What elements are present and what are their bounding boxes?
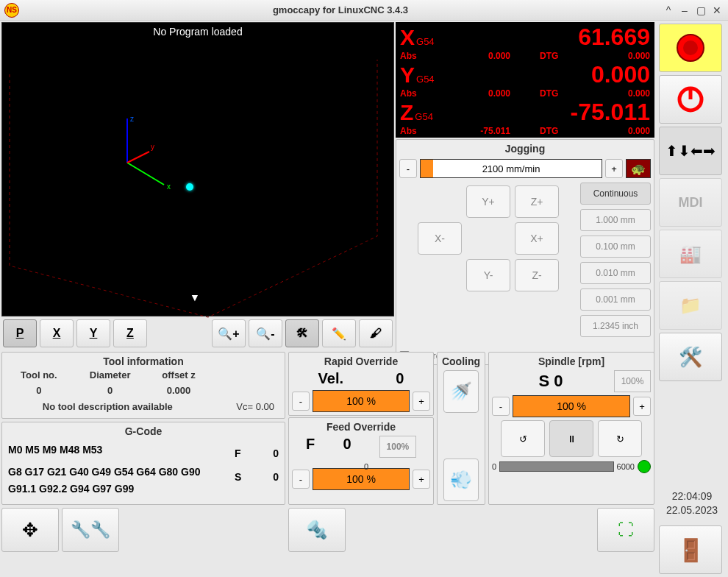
window-title: gmoccapy for LinuxCNC 3.4.3 [19, 4, 662, 15]
turtle-icon: 🐢 [631, 162, 646, 176]
auto-mode-button[interactable]: 🏭 [659, 230, 722, 278]
tool-number: 0 [36, 385, 41, 396]
spindle-minus-button[interactable]: - [492, 397, 510, 416]
jog-speed-minus-button[interactable]: - [399, 159, 417, 178]
maximize-icon[interactable]: ▢ [694, 4, 707, 17]
clock-time: 22:04:09 [659, 489, 725, 504]
dro-y[interactable]: YG540.000 Abs0.000DTG0.000 [400, 61, 650, 99]
jog-step-continuous[interactable]: Continuous [580, 183, 651, 205]
gcode-s-value: 0 [273, 471, 279, 483]
exit-icon: 🚪 [677, 537, 704, 563]
feed-plus-button[interactable]: + [413, 470, 430, 489]
feed-override-slider[interactable]: 100 % [313, 468, 410, 490]
jog-z-plus-button[interactable]: Z+ [515, 185, 559, 218]
spindle-speed: S 0 [492, 372, 610, 391]
app-icon: NS [4, 3, 19, 18]
spindle-stop-button[interactable]: ⏸ [549, 420, 593, 457]
power-button[interactable] [659, 75, 722, 124]
minimize-icon[interactable]: – [678, 4, 691, 17]
close-icon[interactable]: ✕ [710, 4, 724, 17]
jog-steps: Continuous 1.000 mm 0.100 mm 0.010 mm 0.… [580, 183, 651, 337]
jog-z-minus-button[interactable]: Z- [515, 259, 559, 291]
settings-button[interactable]: 🛠️ [659, 333, 722, 381]
stop-spindle-icon: ⏸ [567, 433, 577, 445]
ccw-icon: ↺ [519, 433, 527, 445]
active-mcodes: M0 M5 M9 M48 M53 [8, 442, 226, 458]
gcode-title: G-Code [5, 425, 282, 437]
spindle-ok-led [638, 460, 651, 473]
spindle-override-slider[interactable]: 100 % [513, 395, 630, 417]
jogging-title: Jogging [399, 143, 651, 155]
toolinfo-title: Tool information [5, 355, 282, 367]
feed-max-button[interactable]: 100% [379, 436, 416, 458]
feed-f-value: 0 [343, 436, 351, 458]
feed-minus-button[interactable]: - [292, 470, 310, 489]
tooledit-button[interactable]: 🔧🔧 [62, 508, 119, 552]
mist-button[interactable]: 💨 [443, 459, 479, 501]
clock-date: 22.05.2023 [659, 503, 725, 518]
jog-step-inch[interactable]: 1.2345 inch [580, 315, 651, 337]
jog-speed-value: 2100 mm/min [482, 163, 540, 174]
tool-measure-button[interactable]: 🔩 [288, 508, 346, 552]
auto-icon: 🏭 [679, 244, 702, 264]
rapid-minus-button[interactable]: - [292, 392, 310, 411]
manual-mode-button[interactable]: ⬆⬇⬅➡ [659, 127, 722, 175]
spindle-cw-button[interactable]: ↻ [598, 420, 642, 457]
feed-title: Feed Override [292, 421, 430, 433]
touchoff-icon: ✥ [22, 519, 38, 542]
spindle-plus-button[interactable]: + [633, 397, 651, 416]
tool-offset-z: 0.000 [167, 385, 191, 396]
tool-cone-icon: ▼ [190, 291, 200, 303]
mist-icon: 💨 [450, 470, 472, 490]
flood-button[interactable]: 🚿 [443, 370, 479, 413]
manual-icon: ⬆⬇⬅➡ [665, 142, 715, 160]
jog-step-0001mm[interactable]: 0.001 mm [580, 288, 651, 311]
spindle-max-button[interactable]: 100% [614, 370, 651, 392]
estop-icon [674, 32, 707, 64]
tool-vc: Vc= 0.00 [210, 398, 282, 415]
jog-step-01mm[interactable]: 0.100 mm [580, 236, 651, 258]
settings-icon: 🛠️ [679, 346, 702, 369]
rapid-vel-value: 0 [396, 370, 404, 387]
estop-button[interactable] [659, 24, 722, 72]
rpm-min: 0 [492, 462, 496, 471]
jog-step-001mm[interactable]: 0.010 mm [580, 262, 651, 284]
tools-icon: 🔧🔧 [71, 520, 110, 539]
fullscreen-button[interactable]: ⛶ [597, 508, 654, 552]
probe-icon: 🔩 [306, 520, 328, 540]
rapid-title: Rapid Override [292, 355, 430, 367]
cw-icon: ↻ [616, 433, 624, 445]
rpm-max: 6000 [617, 462, 635, 471]
jog-x-minus-button[interactable]: X- [418, 222, 462, 255]
rapid-override-slider[interactable]: 100 % [313, 390, 410, 412]
mdi-mode-button[interactable]: MDI [659, 178, 722, 227]
jog-step-1mm[interactable]: 1.000 mm [580, 209, 651, 231]
dro-x[interactable]: XG5461.669 Abs0.000DTG0.000 [400, 24, 650, 61]
active-gcodes: G8 G17 G21 G40 G49 G54 G64 G80 G90 G91.1… [8, 464, 226, 497]
spindle-ccw-button[interactable]: ↺ [501, 420, 545, 457]
jog-y-plus-button[interactable]: Y+ [466, 185, 510, 218]
tool-diameter: 0 [107, 385, 113, 396]
jog-speed-slider[interactable]: 2100 mm/min [420, 159, 602, 178]
user-tab-button[interactable]: 📁 [659, 281, 722, 330]
jog-speed-plus-button[interactable]: + [605, 159, 623, 178]
titlebar: NS gmoccapy for LinuxCNC 3.4.3 ^ – ▢ ✕ [0, 0, 728, 21]
turtle-mode-button[interactable]: 🐢 [626, 159, 651, 178]
rapid-plus-button[interactable]: + [413, 392, 430, 411]
exit-button[interactable]: 🚪 [659, 525, 722, 574]
gcode-f-value: 0 [273, 447, 279, 459]
window-up-icon[interactable]: ^ [662, 4, 675, 17]
dro-panel: XG5461.669 Abs0.000DTG0.000 YG540.000 Ab… [396, 22, 654, 138]
dro-z[interactable]: ZG54-75.011 Abs-75.011DTG0.000 [400, 99, 650, 136]
folder-user-icon: 📁 [679, 295, 702, 316]
fullscreen-icon: ⛶ [618, 520, 634, 539]
jog-y-minus-button[interactable]: Y- [466, 259, 510, 291]
touchoff-button[interactable]: ✥ [1, 508, 59, 552]
gcode-preview[interactable]: No Program loaded z x y ▼ [1, 22, 394, 316]
cooling-title: Cooling [442, 355, 480, 367]
spindle-title: Spindle [rpm] [492, 355, 651, 367]
power-icon [676, 85, 705, 114]
jog-x-plus-button[interactable]: X+ [515, 222, 559, 255]
flood-icon: 🚿 [450, 381, 472, 402]
tool-description: No tool description available [5, 398, 210, 415]
